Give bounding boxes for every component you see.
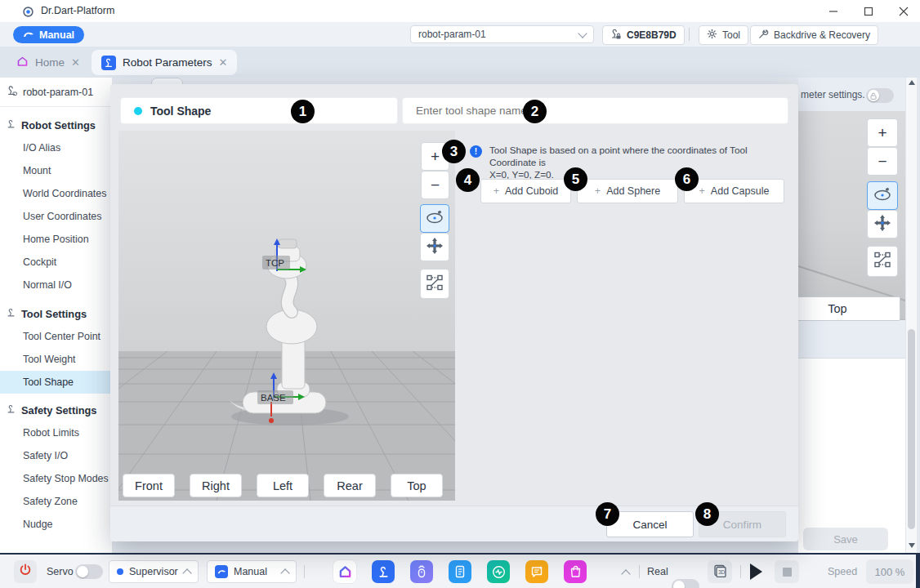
dock-message-app-icon[interactable] — [525, 560, 548, 583]
cyan-dot-icon — [134, 107, 142, 115]
dock-store-app-icon[interactable] — [564, 560, 587, 583]
sidebar-item-tool-weight[interactable]: Tool Weight — [0, 348, 112, 371]
sidebar-item-io-alias[interactable]: I/O Alias — [0, 136, 112, 159]
close-button[interactable] — [891, 2, 916, 20]
orbit-icon — [425, 209, 444, 229]
view-rear-button[interactable]: Rear — [324, 474, 376, 497]
dock-expand-icon[interactable] — [621, 569, 630, 578]
sidebar-item-tool-center-point[interactable]: Tool Center Point — [0, 325, 112, 348]
scroll-down-icon[interactable] — [909, 543, 915, 548]
dock-jog-app-icon[interactable] — [410, 560, 433, 583]
bg-measure-button[interactable] — [867, 246, 898, 277]
mode-button[interactable]: Manual — [13, 26, 84, 43]
sidebar-item-home-position[interactable]: Home Position — [0, 228, 112, 251]
toggle-knob — [673, 581, 685, 588]
bg-zoom-out-button[interactable]: − — [867, 147, 898, 176]
annotation-badge-6: 6 — [675, 167, 699, 191]
sidebar-section-robot-settings[interactable]: Robot Settings — [0, 114, 112, 136]
scroll-up-icon[interactable] — [909, 80, 915, 85]
device-id-badge[interactable]: C9E8B79D — [602, 25, 685, 45]
add-cuboid-button[interactable]: + Add Cuboid — [480, 179, 571, 203]
scrollbar-thumb[interactable] — [908, 329, 915, 529]
role-status-dot — [117, 568, 123, 575]
bg-strip — [798, 320, 905, 358]
power-button[interactable] — [14, 560, 37, 583]
backdrive-recovery-button[interactable]: Backdrive & Recovery — [750, 25, 878, 45]
bg-zoom-in-button[interactable]: + — [867, 118, 898, 147]
real-toggle[interactable] — [672, 579, 699, 588]
plus-icon: + — [595, 185, 601, 197]
annotation-badge-2: 2 — [523, 100, 547, 123]
measure-icon — [873, 251, 891, 272]
dock-monitoring-app-icon[interactable] — [487, 560, 510, 583]
view-top-button[interactable]: Top — [391, 474, 443, 497]
sidebar-item-nudge[interactable]: Nudge — [0, 513, 112, 536]
view-left-button[interactable]: Left — [257, 474, 309, 497]
dock-robot-params-app-icon[interactable] — [372, 560, 395, 583]
dock-home-app-icon[interactable] — [333, 560, 356, 583]
mode-dropdown[interactable]: Manual — [207, 560, 297, 583]
minimize-button[interactable] — [821, 2, 846, 20]
role-dropdown[interactable]: Supervisor — [109, 560, 199, 583]
param-select[interactable]: robot-param-01 — [410, 25, 594, 43]
info-icon: ! — [470, 145, 482, 158]
sidebar-item-user-coordinates[interactable]: User Coordinates — [0, 205, 112, 228]
robot-param-icon — [7, 85, 18, 99]
settings-lock-toggle[interactable] — [866, 88, 894, 103]
info-line1: Tool Shape is based on a point where the… — [489, 145, 748, 167]
bg-pan-view-button[interactable] — [867, 210, 898, 238]
top-toolbar: Manual Servo Off robot-param-01 C9E8B79D… — [0, 22, 920, 47]
dock-task-app-icon[interactable] — [449, 560, 471, 583]
zoom-out-button[interactable]: − — [421, 171, 449, 199]
view-front-button[interactable]: Front — [123, 474, 175, 497]
cancel-button[interactable]: Cancel — [606, 511, 694, 537]
tab-robot-parameters-close-icon[interactable]: ✕ — [219, 56, 228, 69]
tool-shape-name-field[interactable] — [402, 97, 788, 124]
section-tool-icon — [7, 308, 16, 320]
wrench-icon — [758, 29, 769, 42]
settings-text: meter settings. — [801, 89, 865, 100]
sidebar-item-safety-stop-modes[interactable]: Safety Stop Modes — [0, 467, 112, 490]
sidebar-item-safety-zone[interactable]: Safety Zone — [0, 490, 112, 513]
play-button[interactable] — [750, 564, 762, 580]
sidebar-item-mount[interactable]: Mount — [0, 159, 112, 182]
tool-shape-viewport[interactable]: TCP BASE — [118, 131, 455, 501]
tool-button[interactable]: Tool — [699, 25, 748, 45]
pan-icon — [873, 214, 891, 235]
sidebar-item-cockpit[interactable]: Cockpit — [0, 251, 112, 274]
scrollbar[interactable] — [905, 78, 917, 553]
sim-3d-button[interactable]: 3D — [708, 560, 732, 583]
bg-rotate-view-button[interactable] — [867, 181, 898, 210]
chevron-up-icon — [280, 568, 289, 577]
power-icon — [19, 564, 32, 580]
pan-view-button[interactable] — [420, 233, 449, 261]
stop-button[interactable] — [775, 560, 799, 583]
sidebar-item-tool-shape[interactable]: Tool Shape — [0, 371, 112, 394]
base-label: BASE — [261, 393, 286, 403]
sidebar-item-world-coordinates[interactable]: World Coordinates — [0, 182, 112, 205]
sidebar-section-tool-settings[interactable]: Tool Settings — [0, 302, 112, 325]
measure-button[interactable] — [420, 269, 449, 299]
view-right-button[interactable]: Right — [190, 474, 242, 497]
tool-shape-name-input[interactable] — [414, 104, 769, 118]
annotation-badge-4: 4 — [456, 168, 480, 192]
manual-mode-icon — [23, 29, 34, 41]
maximize-button[interactable] — [856, 2, 881, 20]
add-sphere-button[interactable]: + Add Sphere — [577, 179, 678, 203]
toolbar-separator — [689, 28, 690, 41]
add-capsule-button[interactable]: + Add Capsule — [684, 179, 784, 203]
save-button[interactable]: Save — [803, 528, 888, 550]
speed-value[interactable]: 100 % — [866, 559, 913, 584]
section-safety-icon — [7, 404, 16, 416]
servo-toggle[interactable] — [75, 564, 103, 579]
stop-icon — [783, 568, 792, 577]
real-label: Real — [647, 566, 668, 577]
sidebar-item-robot-limits[interactable]: Robot Limits — [0, 421, 112, 444]
rotate-view-button[interactable] — [420, 204, 449, 233]
tab-home[interactable]: Home ✕ — [7, 50, 90, 75]
tab-home-close-icon[interactable]: ✕ — [71, 56, 80, 69]
sidebar-item-safety-io[interactable]: Safety I/O — [0, 444, 112, 467]
tab-robot-parameters[interactable]: Robot Parameters ✕ — [92, 50, 237, 75]
sidebar-item-normal-io[interactable]: Normal I/O — [0, 274, 112, 296]
sidebar-section-safety-settings[interactable]: Safety Settings — [0, 399, 112, 421]
